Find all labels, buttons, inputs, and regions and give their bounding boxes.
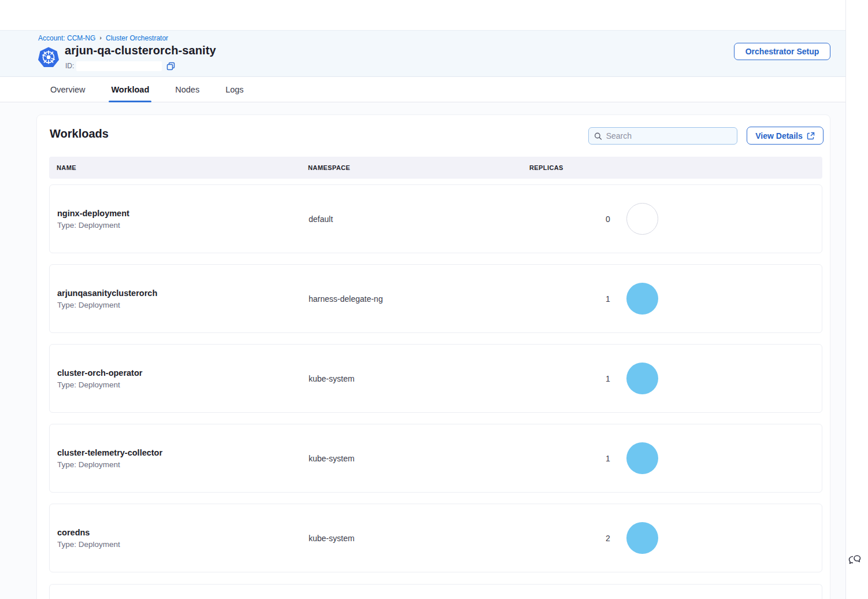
workload-replicas-cell: 1	[530, 442, 822, 474]
workload-rows: nginx-deployment Type: Deployment defaul…	[49, 184, 822, 583]
replica-status-circle	[626, 283, 658, 315]
id-value-redacted	[76, 61, 162, 71]
search-input[interactable]	[606, 131, 732, 140]
workload-namespace: default	[309, 215, 530, 224]
workload-replicas-cell: 2	[530, 522, 822, 554]
workload-name: cluster-telemetry-collector	[57, 448, 309, 457]
table-row[interactable]: coredns Type: Deployment kube-system 2	[49, 504, 822, 572]
cluster-title: arjun-qa-clusterorch-sanity	[65, 44, 216, 57]
replica-status-circle	[626, 363, 658, 394]
content-area: Workloads View Details NAME NAMESPACE RE…	[0, 102, 845, 599]
workload-replicas-cell: 1	[530, 283, 822, 315]
column-replicas: REPLICAS	[529, 164, 822, 171]
replica-count: 2	[606, 534, 610, 543]
table-row[interactable]: arjunqasanityclusterorch Type: Deploymen…	[49, 264, 822, 333]
workload-name: arjunqasanityclusterorch	[57, 289, 309, 298]
tab-bar: Overview Workload Nodes Logs	[0, 77, 845, 102]
workload-type: Type: Deployment	[57, 301, 309, 309]
workloads-search[interactable]	[588, 127, 737, 145]
breadcrumb-section-link[interactable]: Cluster Orchestrator	[106, 34, 168, 42]
view-details-button[interactable]: View Details	[747, 127, 824, 145]
copy-icon[interactable]	[166, 62, 175, 71]
table-row[interactable]: cluster-orch-operator Type: Deployment k…	[49, 344, 822, 413]
orchestrator-setup-label: Orchestrator Setup	[745, 47, 819, 56]
tab-workload[interactable]: Workload	[109, 77, 151, 102]
orchestrator-setup-button[interactable]: Orchestrator Setup	[734, 43, 830, 60]
workload-replicas-cell: 0	[530, 203, 822, 235]
breadcrumb-account-link[interactable]: Account: CCM-NG	[38, 34, 95, 42]
replica-status-circle	[626, 522, 658, 554]
workloads-panel: Workloads View Details NAME NAMESPACE RE…	[36, 114, 830, 599]
replica-count: 1	[606, 454, 610, 463]
tab-logs[interactable]: Logs	[223, 77, 246, 102]
search-icon	[594, 132, 602, 140]
workload-name: coredns	[57, 528, 309, 537]
id-label: ID:	[65, 62, 74, 70]
workload-namespace: kube-system	[309, 534, 530, 543]
column-name: NAME	[49, 164, 308, 171]
replica-status-circle	[626, 203, 658, 235]
replica-count: 0	[606, 215, 610, 224]
workload-type: Type: Deployment	[57, 460, 309, 469]
table-row[interactable]: cluster-telemetry-collector Type: Deploy…	[49, 424, 822, 493]
workload-name-cell: arjunqasanityclusterorch Type: Deploymen…	[50, 289, 309, 309]
chat-bubbles-icon[interactable]	[847, 553, 862, 568]
page-header: Account: CCM-NG › Cluster Orchestrator a…	[0, 30, 845, 77]
replica-status-circle	[626, 442, 658, 474]
table-row-partial[interactable]	[49, 584, 822, 599]
workload-namespace: kube-system	[309, 374, 530, 383]
workload-type: Type: Deployment	[57, 540, 309, 549]
workload-name-cell: cluster-telemetry-collector Type: Deploy…	[50, 448, 309, 469]
replica-count: 1	[606, 294, 610, 304]
breadcrumb: Account: CCM-NG › Cluster Orchestrator	[38, 34, 168, 42]
table-header: NAME NAMESPACE REPLICAS	[49, 157, 822, 179]
column-namespace: NAMESPACE	[308, 164, 529, 171]
workload-namespace: harness-delegate-ng	[309, 294, 530, 304]
workload-name-cell: cluster-orch-operator Type: Deployment	[50, 368, 309, 389]
workload-name: cluster-orch-operator	[57, 368, 309, 378]
table-row[interactable]: nginx-deployment Type: Deployment defaul…	[49, 184, 822, 253]
external-link-icon	[807, 132, 815, 140]
workload-type: Type: Deployment	[57, 380, 309, 389]
workloads-title: Workloads	[50, 127, 109, 140]
cluster-id-row: ID:	[65, 61, 175, 71]
workload-type: Type: Deployment	[57, 221, 309, 230]
view-details-label: View Details	[755, 131, 802, 140]
workload-replicas-cell: 1	[530, 363, 822, 394]
workload-name-cell: nginx-deployment Type: Deployment	[50, 209, 309, 230]
tab-nodes[interactable]: Nodes	[173, 77, 202, 102]
kubernetes-icon	[38, 46, 60, 68]
chevron-right-icon: ›	[99, 34, 102, 41]
tab-overview[interactable]: Overview	[48, 77, 87, 102]
workload-name: nginx-deployment	[57, 209, 309, 218]
replica-count: 1	[606, 374, 610, 383]
workload-namespace: kube-system	[309, 454, 530, 463]
app-window: Account: CCM-NG › Cluster Orchestrator a…	[0, 0, 846, 599]
workload-name-cell: coredns Type: Deployment	[50, 528, 309, 549]
